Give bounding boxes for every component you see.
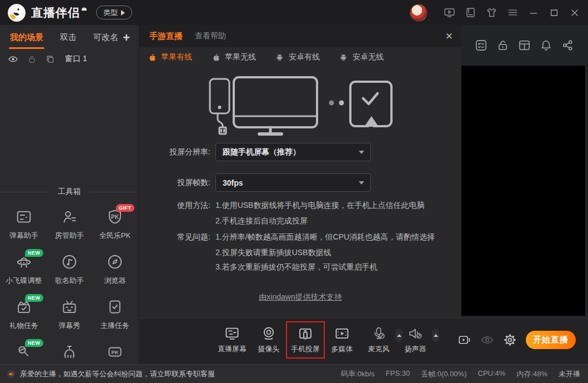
layout-icon[interactable] xyxy=(518,39,531,52)
tool-bell[interactable] xyxy=(47,341,92,364)
memory-stat: 内存:48% xyxy=(516,369,547,379)
tool-room-admin[interactable]: 房管助手 xyxy=(47,206,92,251)
tool-label: 全民乐PK xyxy=(99,231,130,241)
tool-browser[interactable]: 浏览器 xyxy=(92,251,138,296)
toolbar-item-label: 麦克风 xyxy=(368,344,390,354)
share-icon[interactable] xyxy=(561,39,574,52)
record-icon[interactable] xyxy=(458,333,471,347)
notice-text: 亲爱的主播，如遇欠薪等公会纠纷问题，请立即联系专职客服 xyxy=(20,369,215,379)
new-badge: NEW xyxy=(25,339,43,347)
divider xyxy=(89,192,139,192)
phone-cast-icon xyxy=(298,326,313,341)
resolution-label: 投屏分辨率: xyxy=(139,147,210,157)
chevron-down-icon xyxy=(359,181,364,185)
monitor-play-icon[interactable] xyxy=(444,7,455,18)
faq-label: 常见问题: xyxy=(139,232,210,242)
toolbox-title: 工具箱 xyxy=(50,187,89,197)
cast-illustration xyxy=(208,74,393,136)
tool-label: 小飞碟调整 xyxy=(6,276,42,286)
minimize-button[interactable] xyxy=(528,7,539,18)
tool-label: 弹幕秀 xyxy=(59,321,81,331)
tool-voice-assist[interactable]: NEW xyxy=(1,341,47,364)
bell-icon[interactable] xyxy=(540,39,552,52)
tab-apple-wireless[interactable]: 苹果无线 xyxy=(211,52,256,62)
song-name-icon xyxy=(61,253,78,270)
resolution-select[interactable]: 跟随手机屏幕（推荐） xyxy=(215,143,371,161)
danmaku-show-icon xyxy=(61,299,78,315)
play-caret-icon xyxy=(121,10,125,16)
tab-my-scenes[interactable]: 我的场景 xyxy=(10,25,43,50)
toolbar-microphone[interactable]: 麦克风 xyxy=(361,319,396,361)
bitrate-stat: 码率:0kb/s xyxy=(341,369,375,379)
source-toolbar: 直播屏幕 摄像头 xyxy=(139,318,588,360)
announcement-horn-icon xyxy=(7,370,16,379)
checklist-icon[interactable] xyxy=(475,39,488,52)
toolbar-speaker[interactable]: 扬声器 xyxy=(398,319,433,361)
add-scene-button[interactable]: + xyxy=(123,31,130,45)
mic-muted-icon xyxy=(371,326,386,341)
toolbar-camera[interactable]: 摄像头 xyxy=(252,319,286,361)
book-icon[interactable] xyxy=(465,7,476,18)
tool-gift-task[interactable]: NEW 礼物任务 xyxy=(1,296,47,341)
voice-assist-icon: NEW xyxy=(16,344,32,360)
tool-ufo-adjust[interactable]: NEW 小飞碟调整 xyxy=(1,251,47,296)
tool-danmaku-helper[interactable]: 弹幕助手 xyxy=(1,206,47,251)
framerate-select[interactable]: 30fps xyxy=(215,173,371,192)
user-avatar[interactable] xyxy=(410,4,428,22)
stream-type-button[interactable]: 类型 xyxy=(96,6,132,19)
close-button[interactable] xyxy=(569,7,580,18)
unlock-icon[interactable] xyxy=(496,39,509,52)
scene-source-name: 窗口 1 xyxy=(65,54,87,64)
gift-badge: GIFT xyxy=(116,204,134,212)
visibility-eye-icon[interactable] xyxy=(8,54,18,64)
live-preview-area[interactable] xyxy=(461,66,585,316)
toolbar-item-label: 扬声器 xyxy=(405,344,426,354)
maximize-button[interactable] xyxy=(549,7,560,18)
pk-box-icon: PK xyxy=(107,344,123,360)
scene-sidebar: 我的场景 双击 可改名 + 窗口 1 工具箱 xyxy=(0,25,139,364)
copy-icon[interactable] xyxy=(46,54,55,64)
framerate-label: 投屏帧数: xyxy=(139,178,210,188)
panel-title: 手游直播 xyxy=(149,31,183,42)
usage-line: 1.使用USB数据线将手机与电脑连接，在手机上点信任此电脑 xyxy=(215,201,424,211)
tab-android-wireless[interactable]: 安卓无线 xyxy=(339,52,384,62)
panel-close-icon[interactable]: ✕ xyxy=(445,31,453,42)
tool-label: 弹幕助手 xyxy=(9,231,38,241)
tool-pk-everyone[interactable]: PK GIFT 全民乐PK xyxy=(92,206,138,251)
toolbar-item-label: 多媒体 xyxy=(331,344,353,354)
conn-tab-label: 安卓有线 xyxy=(289,52,320,62)
tool-danmaku-show[interactable]: 弹幕秀 xyxy=(47,296,92,341)
danmaku-helper-icon xyxy=(16,208,32,225)
tab-scene-2[interactable]: 双击 xyxy=(60,25,77,50)
gift-task-icon: NEW xyxy=(16,299,32,315)
lock-icon[interactable] xyxy=(27,54,37,64)
tab-android-wired[interactable]: 安卓有线 xyxy=(275,52,320,62)
tech-support-link[interactable]: 由xindawn提供技术支持 xyxy=(259,292,341,301)
toolbar-media[interactable]: 多媒体 xyxy=(325,319,359,361)
tab-scene-3[interactable]: 可改名 xyxy=(93,25,118,50)
toolbar-item-label: 摄像头 xyxy=(258,344,280,354)
tool-anchor-task[interactable]: 主播任务 xyxy=(92,296,138,341)
app-logo-icon xyxy=(7,3,27,23)
cast-settings-panel: 苹果有线 苹果无线 安卓有线 xyxy=(139,47,461,318)
tool-label: 浏览器 xyxy=(104,276,126,286)
tab-apple-wired[interactable]: 苹果有线 xyxy=(147,52,192,62)
preview-panel xyxy=(461,25,588,318)
new-badge: NEW xyxy=(25,249,43,257)
settings-gear-icon[interactable] xyxy=(503,333,517,347)
menu-icon[interactable] xyxy=(507,7,519,18)
toolbar-live-screen[interactable]: 直播屏幕 xyxy=(215,319,249,361)
tool-pk-box[interactable]: PK xyxy=(92,341,138,364)
tool-song-name[interactable]: 歌名助手 xyxy=(47,251,92,296)
scene-source-row[interactable]: 窗口 1 xyxy=(0,50,139,68)
shirt-icon[interactable] xyxy=(486,7,497,18)
toolbar-phone-cast[interactable]: 手机投屏 xyxy=(288,319,323,361)
ufo-icon: NEW xyxy=(16,253,32,270)
preview-eye-icon[interactable] xyxy=(480,333,494,347)
framerate-row: 投屏帧数: 30fps xyxy=(139,173,461,192)
start-live-button[interactable]: 开始直播 xyxy=(526,331,576,349)
speaker-device-caret[interactable] xyxy=(432,329,439,342)
apple-icon xyxy=(211,53,220,62)
view-help-link[interactable]: 查看帮助 xyxy=(195,31,226,41)
resolution-value: 跟随手机屏幕（推荐） xyxy=(223,147,300,157)
